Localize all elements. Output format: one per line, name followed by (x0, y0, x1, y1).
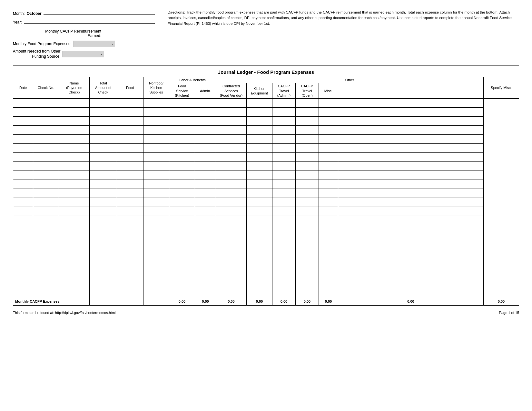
monthly-value-cell: 0.00 (216, 297, 247, 306)
month-label: Month: (13, 11, 25, 16)
table-row[interactable] (13, 261, 519, 270)
top-section: Month: October Year: Monthly CACFP Reimb… (13, 10, 519, 59)
monthly-value-cell: 0.00 (169, 297, 195, 306)
table-row[interactable] (13, 198, 519, 207)
col-header-cacfp-admin: CACFPTravel(Admin.) (272, 83, 296, 99)
ledger-title: Journal Ledger - Food Program Expenses (13, 69, 519, 75)
monthly-value-cell (117, 297, 143, 306)
monthly-value-cell: 0.00 (247, 297, 272, 306)
funding-row: Amount Needed from Other Funding Source:… (13, 49, 155, 59)
year-row: Year: (13, 18, 155, 24)
col-header-misc: Misc. (319, 83, 338, 99)
funding-label: Amount Needed from Other Funding Source: (13, 49, 62, 59)
month-line (44, 10, 155, 15)
table-row[interactable] (13, 108, 519, 117)
directions-text: Directions: Track the monthly food progr… (168, 10, 519, 59)
monthly-value-cell: 0.00 (484, 297, 519, 306)
col-header-check: Check No. (33, 77, 59, 99)
year-line (24, 18, 155, 24)
table-row[interactable] (13, 153, 519, 162)
table-row[interactable] (13, 252, 519, 261)
expenses-value: - (73, 41, 115, 47)
footer-url: This form can be found at: http://dpi.wi… (13, 311, 116, 315)
table-row[interactable] (13, 117, 519, 126)
col-header-name: Name(Payee onCheck) (59, 77, 90, 99)
earned-row: Monthly CACFP Reimbursement Earned: (13, 29, 155, 38)
month-row: Month: October (13, 10, 155, 16)
month-value: October (27, 11, 42, 16)
ledger-table: Date Check No. Name(Payee onCheck) Total… (13, 77, 519, 306)
col-header-kitchen: KitchenEquipment (247, 83, 272, 99)
table-row[interactable] (13, 243, 519, 252)
expenses-row: Monthly Food Program Expenses: - (13, 41, 155, 47)
table-row[interactable] (13, 225, 519, 234)
table-row[interactable] (13, 99, 519, 108)
reimbursement-section: Monthly CACFP Reimbursement Earned: Mont… (13, 29, 155, 59)
form-fields: Month: October Year: Monthly CACFP Reimb… (13, 10, 155, 59)
col-header-total: TotalAmount ofCheck (90, 77, 117, 99)
monthly-total-blank (90, 297, 117, 306)
group-other: Other (216, 77, 484, 83)
table-row[interactable] (13, 135, 519, 144)
divider (13, 65, 519, 66)
table-row[interactable] (13, 162, 519, 171)
col-header-food: Food (117, 77, 143, 99)
col-header-foodsvc: FoodService(Kitchen) (169, 83, 195, 99)
year-label: Year: (13, 20, 22, 24)
table-row[interactable] (13, 180, 519, 189)
monthly-value-cell (143, 297, 169, 306)
table-row[interactable] (13, 288, 519, 297)
monthly-value-cell: 0.00 (272, 297, 296, 306)
monthly-expenses-row: Monthly CACFP Expenses:0.000.000.000.000… (13, 297, 519, 306)
monthly-value-cell: 0.00 (338, 297, 484, 306)
table-row[interactable] (13, 279, 519, 288)
table-row[interactable] (13, 270, 519, 279)
table-row[interactable] (13, 189, 519, 198)
col-header-specmisc: Specify Misc. (484, 77, 519, 99)
group-header-row: Date Check No. Name(Payee onCheck) Total… (13, 77, 519, 83)
expenses-label: Monthly Food Program Expenses: (13, 42, 71, 46)
col-header-admin: Admin. (195, 83, 216, 99)
monthly-value-cell: 0.00 (195, 297, 216, 306)
monthly-value-cell: 0.00 (319, 297, 338, 306)
table-row[interactable] (13, 216, 519, 225)
table-row[interactable] (13, 234, 519, 243)
reimbursement-input[interactable] (103, 31, 155, 36)
footer-page: Page 1 of 15 (499, 311, 519, 315)
col-header-cacfp-oper: CACFPTravel(Oper.) (296, 83, 319, 99)
table-row[interactable] (13, 171, 519, 180)
table-row[interactable] (13, 126, 519, 135)
col-header-nonfood: Nonfood/KitchenSupplies (143, 77, 169, 99)
table-row[interactable] (13, 144, 519, 153)
col-header-contracted: ContractedServices(Food Vendor) (216, 83, 247, 99)
monthly-expenses-label: Monthly CACFP Expenses: (13, 297, 90, 306)
monthly-value-cell: 0.00 (296, 297, 319, 306)
reimbursement-label: Monthly CACFP Reimbursement Earned: (13, 29, 103, 38)
group-labor-benefits: Labor & Benefits (169, 77, 216, 83)
col-header-date: Date (13, 77, 33, 99)
footer: This form can be found at: http://dpi.wi… (13, 311, 519, 315)
table-row[interactable] (13, 207, 519, 216)
funding-value: - (62, 51, 104, 57)
